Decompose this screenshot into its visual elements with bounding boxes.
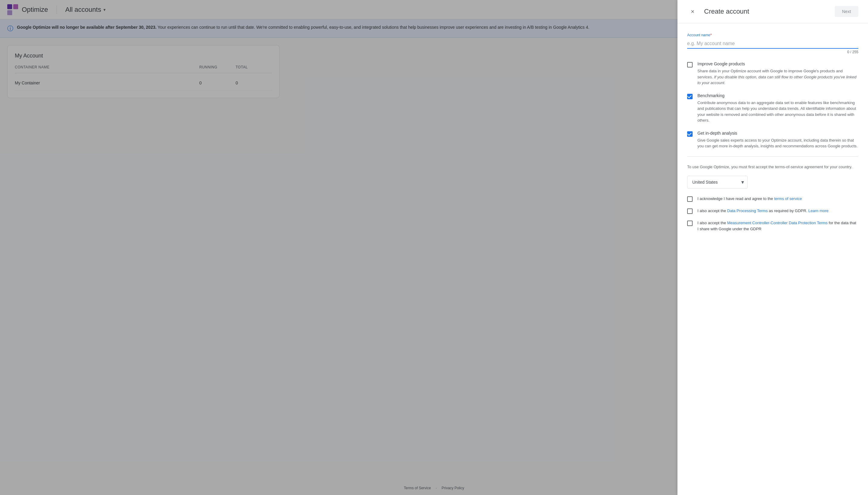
tos-intro: To use Google Optimize, you must first a… bbox=[687, 164, 858, 170]
account-name-input[interactable] bbox=[687, 38, 858, 49]
data-processing-terms-link[interactable]: Data Processing Terms bbox=[727, 208, 767, 213]
improve-google-description: Share data in your Optimize account with… bbox=[697, 68, 858, 86]
country-select-wrapper: United States United Kingdom Canada Aust… bbox=[687, 176, 748, 188]
drawer-header-left: × Create account bbox=[687, 6, 749, 17]
tos-agree-text-before: I acknowledge I have read and agree to t… bbox=[697, 197, 774, 201]
in-depth-analysis-checkbox[interactable] bbox=[687, 131, 693, 137]
benchmarking-checkbox[interactable] bbox=[687, 94, 693, 99]
next-button[interactable]: Next bbox=[835, 6, 858, 17]
gdpr-dpt-item: I also accept the Data Processing Terms … bbox=[687, 208, 858, 214]
gdpr-mcc-text-before: I also accept the bbox=[697, 221, 727, 225]
improve-google-item: Improve Google products Share data in yo… bbox=[687, 62, 858, 86]
in-depth-analysis-description: Give Google sales experts access to your… bbox=[697, 137, 858, 149]
benchmarking-title: Benchmarking bbox=[697, 93, 858, 98]
country-select[interactable]: United States United Kingdom Canada Aust… bbox=[687, 176, 748, 188]
improve-google-checkbox[interactable] bbox=[687, 62, 693, 67]
tos-agree-text: I acknowledge I have read and agree to t… bbox=[697, 196, 802, 202]
required-marker: * bbox=[710, 33, 712, 37]
tos-agree-item: I acknowledge I have read and agree to t… bbox=[687, 196, 858, 202]
learn-more-link[interactable]: Learn more bbox=[809, 208, 828, 213]
drawer-title: Create account bbox=[704, 7, 749, 15]
mcc-data-protection-link[interactable]: Measurement Controller-Controller Data P… bbox=[727, 221, 828, 225]
in-depth-analysis-title: Get in-depth analysis bbox=[697, 131, 858, 136]
improve-google-title: Improve Google products bbox=[697, 62, 858, 66]
benchmarking-label-group: Benchmarking Contribute anonymous data t… bbox=[697, 93, 858, 123]
gdpr-dpt-text-middle: as required by GDPR. bbox=[769, 208, 809, 213]
in-depth-analysis-label-group: Get in-depth analysis Give Google sales … bbox=[697, 131, 858, 149]
tos-link[interactable]: terms of service bbox=[774, 197, 802, 201]
tos-agree-checkbox[interactable] bbox=[687, 197, 693, 202]
gdpr-mcc-item: I also accept the Measurement Controller… bbox=[687, 220, 858, 232]
gdpr-dpt-text-before: I also accept the bbox=[697, 208, 727, 213]
gdpr-mcc-text: I also accept the Measurement Controller… bbox=[697, 220, 858, 232]
in-depth-analysis-item: Get in-depth analysis Give Google sales … bbox=[687, 131, 858, 149]
section-divider bbox=[687, 156, 858, 157]
tos-section: To use Google Optimize, you must first a… bbox=[687, 164, 858, 232]
improve-google-label-group: Improve Google products Share data in yo… bbox=[697, 62, 858, 86]
create-account-drawer: × Create account Next Account name* 0 / … bbox=[677, 0, 868, 495]
gdpr-mcc-checkbox[interactable] bbox=[687, 221, 693, 226]
account-name-label: Account name* bbox=[687, 33, 858, 37]
drawer-header: × Create account Next bbox=[677, 0, 868, 23]
drawer-content: Account name* 0 / 255 Improve Google pro… bbox=[677, 23, 868, 495]
benchmarking-description: Contribute anonymous data to an aggregat… bbox=[697, 100, 858, 123]
close-icon: × bbox=[691, 8, 694, 15]
close-button[interactable]: × bbox=[687, 6, 698, 17]
benchmarking-item: Benchmarking Contribute anonymous data t… bbox=[687, 93, 858, 123]
account-name-field-group: Account name* 0 / 255 bbox=[687, 33, 858, 54]
data-sharing-checkboxes: Improve Google products Share data in yo… bbox=[687, 62, 858, 149]
gdpr-dpt-text: I also accept the Data Processing Terms … bbox=[697, 208, 828, 214]
gdpr-dpt-checkbox[interactable] bbox=[687, 208, 693, 214]
char-count: 0 / 255 bbox=[687, 50, 858, 54]
